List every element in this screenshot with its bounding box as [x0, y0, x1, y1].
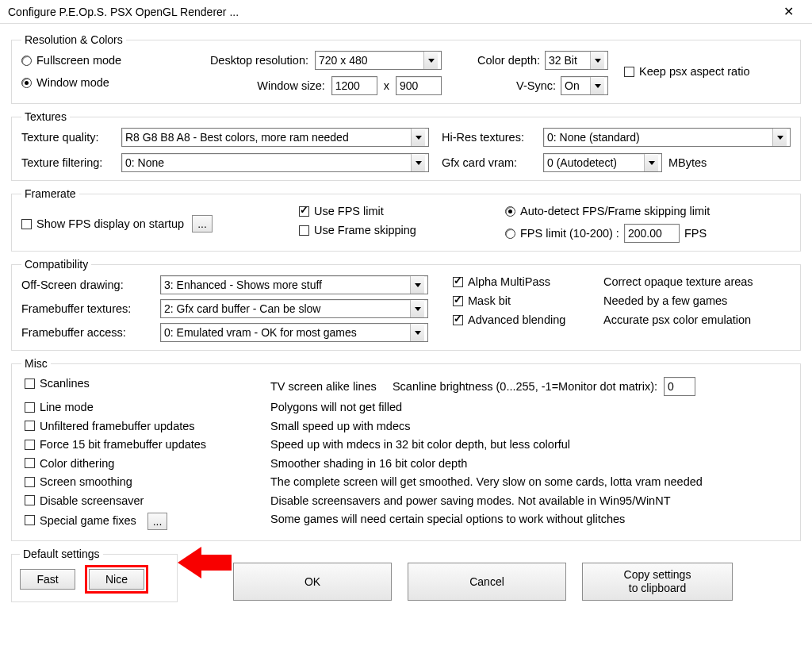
legend-defaults: Default settings: [20, 548, 103, 560]
window-title: Configure P.E.Op.S. PSX OpenGL Renderer …: [8, 6, 239, 18]
misc-row-dither: Color dithering Smoother shading in 16 b…: [21, 455, 791, 474]
radio-icon: [21, 78, 32, 88]
group-framerate: Framerate Show FPS display on startup ..…: [11, 187, 801, 252]
radio-icon: [21, 56, 32, 66]
checkbox-force15[interactable]: Force 15 bit framebuffer updates: [25, 438, 206, 451]
close-icon[interactable]: ✕: [772, 4, 804, 19]
checkbox-alpha[interactable]: Alpha MultiPass: [453, 275, 603, 288]
desc-adv-blend: Accurate psx color emulation: [603, 313, 751, 326]
desc-disable-ss: Disable screensavers and power saving mo…: [270, 494, 671, 507]
combo-tex-quality[interactable]: R8 G8 B8 A8 - Best colors, more ram need…: [121, 128, 429, 147]
checkbox-icon: [25, 402, 35, 413]
combo-hires[interactable]: 0: None (standard): [543, 128, 791, 147]
radio-auto-detect[interactable]: Auto-detect FPS/Frame skipping limit: [505, 205, 710, 217]
chevron-down-icon: [590, 77, 604, 94]
checkbox-show-fps[interactable]: Show FPS display on startup: [21, 217, 184, 230]
radio-icon: [505, 206, 515, 217]
titlebar: Configure P.E.Op.S. PSX OpenGL Renderer …: [0, 0, 812, 24]
checkbox-icon: [25, 515, 35, 525]
checkbox-smooth[interactable]: Screen smoothing: [25, 475, 132, 488]
combo-vram[interactable]: 0 (Autodetect): [543, 153, 662, 172]
checkbox-icon: [25, 421, 35, 431]
button-fps-config[interactable]: ...: [192, 215, 213, 233]
legend-textures: Textures: [21, 110, 70, 123]
input-window-w[interactable]: 1200: [331, 76, 377, 95]
combo-color-depth[interactable]: 32 Bit: [545, 51, 608, 70]
checkbox-icon: [25, 379, 35, 389]
checkbox-use-frame-skip[interactable]: Use Frame skipping: [299, 224, 416, 236]
desc-smooth: The complete screen will get smoothed. V…: [270, 475, 703, 488]
button-fixes-config[interactable]: ...: [147, 513, 168, 530]
checkbox-adv-blend[interactable]: Advanced blending: [453, 313, 603, 326]
checkbox-use-fps-limit[interactable]: Use FPS limit: [299, 205, 384, 217]
misc-row-disable-ss: Disable screensaver Disable screensavers…: [21, 492, 791, 511]
button-ok[interactable]: OK: [233, 563, 392, 601]
misc-row-linemode: Line mode Polygons will not get filled: [21, 398, 791, 417]
chevron-down-icon: [410, 276, 424, 294]
checkbox-mask[interactable]: Mask bit: [453, 294, 603, 307]
checkbox-icon: [25, 440, 35, 450]
chevron-down-icon: [772, 129, 787, 146]
combo-fbaccess[interactable]: 0: Emulated vram - OK for most games: [160, 323, 428, 342]
button-copy-clipboard[interactable]: Copy settings to clipboard: [582, 563, 733, 601]
combo-fbtex[interactable]: 2: Gfx card buffer - Can be slow: [160, 299, 428, 318]
checkbox-scanlines[interactable]: Scanlines: [25, 377, 90, 390]
chevron-down-icon: [423, 52, 438, 69]
desc-fixes: Some games will need certain special opt…: [270, 513, 625, 525]
legend-resolution: Resolution & Colors: [21, 33, 126, 46]
label-brightness: Scanline brightness (0...255, -1=Monitor…: [393, 380, 657, 393]
checkbox-unfilt[interactable]: Unfiltered framebuffer updates: [25, 420, 195, 432]
x-label: x: [384, 79, 389, 92]
misc-row-smooth: Screen smoothing The complete screen wil…: [21, 473, 791, 492]
misc-row-unfilt: Unfiltered framebuffer updates Small spe…: [21, 417, 791, 436]
chevron-down-icon: [410, 324, 424, 341]
checkbox-icon: [299, 225, 309, 236]
legend-misc: Misc: [21, 357, 51, 370]
label-vram: Gfx card vram:: [442, 156, 543, 169]
checkbox-icon: [25, 495, 35, 505]
label-mbytes: MBytes: [668, 156, 707, 169]
checkbox-icon: [453, 277, 463, 287]
combo-tex-filter[interactable]: 0: None: [121, 153, 429, 172]
button-nice[interactable]: Nice: [89, 569, 144, 590]
label-tex-quality: Texture quality:: [21, 131, 121, 144]
radio-fullscreen[interactable]: Fullscreen mode: [21, 54, 121, 67]
label-window-size: Window size:: [257, 79, 324, 92]
checkbox-icon: [25, 458, 35, 468]
group-defaults: Default settings Fast Nice: [11, 548, 178, 602]
checkbox-keep-aspect[interactable]: Keep psx aspect ratio: [624, 65, 749, 78]
desc-alpha: Correct opaque texture areas: [603, 275, 753, 288]
button-cancel[interactable]: Cancel: [408, 563, 566, 601]
group-misc: Misc Scanlines TV screen alike lines Sca…: [11, 357, 801, 541]
desc-linemode: Polygons will not get filled: [270, 401, 402, 413]
chevron-down-icon: [411, 154, 425, 171]
label-fbtex: Framebuffer textures:: [21, 302, 160, 315]
combo-desktop-res[interactable]: 720 x 480: [315, 51, 442, 70]
label-color-depth: Color depth:: [477, 54, 540, 67]
desc-unfilt: Small speed up with mdecs: [270, 420, 411, 432]
radio-window[interactable]: Window mode: [21, 76, 109, 89]
combo-offscreen[interactable]: 3: Enhanced - Shows more stuff: [160, 275, 428, 294]
checkbox-icon: [453, 296, 463, 306]
label-desktop-res: Desktop resolution:: [210, 54, 308, 67]
checkbox-linemode[interactable]: Line mode: [25, 401, 94, 413]
checkbox-fixes[interactable]: Special game fixes: [25, 514, 136, 527]
checkbox-icon: [25, 477, 35, 487]
desc-dither: Smoother shading in 16 bit color depth: [270, 457, 467, 470]
misc-row-force15: Force 15 bit framebuffer updates Speed u…: [21, 436, 791, 455]
input-fps-limit[interactable]: 200.00: [624, 224, 680, 243]
label-fbaccess: Framebuffer access:: [21, 326, 160, 339]
highlight-nice: Nice: [85, 565, 148, 594]
label-tex-filter: Texture filtering:: [21, 156, 121, 169]
chevron-down-icon: [411, 129, 425, 146]
combo-vsync[interactable]: On: [561, 76, 608, 95]
checkbox-disable-ss[interactable]: Disable screensaver: [25, 494, 144, 507]
desc-scanlines: TV screen alike lines: [270, 380, 377, 393]
input-brightness[interactable]: 0: [664, 377, 695, 396]
checkbox-icon: [299, 206, 309, 217]
input-window-h[interactable]: 900: [396, 76, 442, 95]
button-fast[interactable]: Fast: [20, 569, 75, 590]
radio-fps-limit[interactable]: FPS limit (10-200) : 200.00 FPS: [505, 224, 707, 243]
checkbox-dither[interactable]: Color dithering: [25, 457, 114, 470]
desc-mask: Needed by a few games: [603, 294, 727, 307]
